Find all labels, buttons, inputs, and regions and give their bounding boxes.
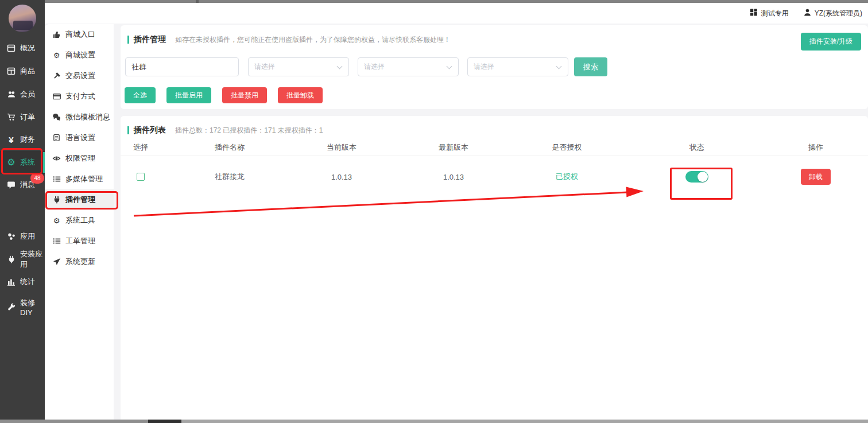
apps-icon [6, 232, 16, 241]
page-title: 插件管理 [134, 34, 166, 45]
uninstall-button[interactable]: 卸载 [801, 169, 831, 185]
submenu-item-workorder-manage[interactable]: 工单管理 [45, 231, 114, 251]
submenu-item-system-update[interactable]: 系统更新 [45, 251, 114, 272]
sidebar-item-label: 系统 [20, 157, 35, 168]
bank-card-icon [52, 92, 61, 100]
col-latest-version: 最新版本 [385, 142, 522, 153]
bulk-enable-button[interactable]: 批量启用 [166, 87, 211, 103]
sidebar-item-overview[interactable]: 概况 [0, 37, 45, 60]
send-plane-icon [52, 258, 61, 266]
list-icon [52, 175, 61, 183]
submenu-item-label: 权限管理 [65, 153, 95, 164]
filter-select-1[interactable]: 请选择 [248, 57, 349, 76]
workspace-label: 测试专用 [761, 9, 789, 18]
primary-sidebar: 概况 商品 会员 订单 ¥ 财务 ⚙ 系统 消息 应用 [0, 0, 45, 423]
submenu-item-label: 商城设置 [65, 50, 95, 60]
chat-bubble-icon [6, 181, 16, 189]
sidebar-item-apps[interactable]: 应用 [0, 225, 45, 248]
filter-select-3[interactable]: 请选择 [467, 57, 568, 76]
latest-version: 1.0.13 [385, 173, 522, 181]
submenu-item-trade-settings[interactable]: 交易设置 [45, 65, 114, 86]
sidebar-item-label: 装修DIY [20, 298, 45, 317]
sidebar-item-decorate-diy[interactable]: 装修DIY [0, 296, 45, 319]
taskbar-edge [0, 420, 868, 423]
sidebar-item-label: 应用 [20, 231, 35, 242]
col-select: 选择 [121, 142, 161, 153]
toggle-knob [698, 172, 708, 182]
sidebar-item-label: 商品 [20, 66, 35, 76]
bulk-uninstall-button[interactable]: 批量卸载 [278, 87, 323, 103]
sidebar-item-label: 概况 [20, 43, 35, 53]
plugin-list-title-row: 插件列表 插件总数：172 已授权插件：171 未授权插件：1 [127, 125, 323, 135]
sidebar-item-statistics[interactable]: 统计 [0, 270, 45, 293]
filter-select-2[interactable]: 请选择 [358, 57, 459, 76]
submenu-item-mall-settings[interactable]: ⚙ 商城设置 [45, 45, 114, 65]
sidebar-item-orders[interactable]: 订单 [0, 106, 45, 129]
plugin-search-input[interactable] [125, 57, 239, 76]
admin-page: 概况 商品 会员 订单 ¥ 财务 ⚙ 系统 消息 应用 [0, 0, 868, 423]
select-all-button[interactable]: 全选 [125, 87, 156, 103]
submenu-item-label: 语言设置 [65, 133, 95, 143]
plugin-count-stats: 插件总数：172 已授权插件：171 未授权插件：1 [175, 126, 323, 135]
yen-icon: ¥ [6, 135, 16, 144]
language-doc-icon [52, 134, 61, 142]
plugin-manage-card: 插件管理 如存在未授权插件，您可能正在使用盗版插件，为了保障您的权益，请尽快联系… [121, 25, 868, 109]
user-label: YZ(系统管理员) [815, 9, 862, 18]
select-placeholder: 请选择 [364, 62, 385, 72]
system-submenu: 商城入口 ⚙ 商城设置 交易设置 支付方式 微信模板消息 语言设置 权限管理 多 [45, 24, 114, 420]
plugin-install-upgrade-button[interactable]: 插件安装/升级 [801, 33, 861, 51]
sidebar-item-label: 安装应用 [20, 249, 45, 270]
status-toggle[interactable] [685, 171, 708, 183]
grid-icon [750, 9, 758, 18]
submenu-item-language-settings[interactable]: 语言设置 [45, 127, 114, 148]
bar-chart-icon [6, 278, 16, 286]
sidebar-item-finance[interactable]: ¥ 财务 [0, 128, 45, 151]
submenu-item-label: 支付方式 [65, 91, 95, 102]
list-icon [52, 237, 61, 245]
sidebar-item-install-app[interactable]: 安装应用 [0, 248, 45, 271]
plugin-name: 社群接龙 [161, 172, 299, 182]
col-current-version: 当前版本 [299, 142, 385, 153]
col-authorized: 是否授权 [522, 142, 611, 153]
submenu-item-label: 微信模板消息 [65, 112, 110, 122]
workspace-switcher[interactable]: 测试专用 [750, 9, 789, 18]
submenu-item-mall-entry[interactable]: 商城入口 [45, 24, 114, 45]
search-button[interactable]: 搜索 [574, 57, 607, 76]
plugin-manage-title-row: 插件管理 如存在未授权插件，您可能正在使用盗版插件，为了保障您的权益，请尽快联系… [127, 34, 451, 45]
submenu-item-system-tools[interactable]: ⚙ 系统工具 [45, 210, 114, 231]
user-menu[interactable]: YZ(系统管理员) [804, 9, 862, 18]
submenu-item-payment-methods[interactable]: 支付方式 [45, 86, 114, 107]
overview-icon [6, 44, 16, 53]
sidebar-item-label: 订单 [20, 112, 35, 122]
plugin-list-card: 插件列表 插件总数：172 已授权插件：171 未授权插件：1 选择 插件名称 … [121, 116, 868, 420]
col-plugin-name: 插件名称 [161, 142, 299, 153]
plugin-icon [52, 196, 61, 204]
cart-icon [6, 113, 16, 122]
submenu-item-label: 商城入口 [65, 29, 95, 40]
submenu-item-plugin-manage[interactable]: 插件管理 [45, 189, 114, 210]
submenu-item-wechat-template[interactable]: 微信模板消息 [45, 107, 114, 127]
wechat-icon [52, 113, 61, 121]
select-placeholder: 请选择 [254, 62, 275, 72]
bulk-disable-button[interactable]: 批量禁用 [222, 87, 267, 103]
authorized-status: 已授权 [522, 172, 611, 182]
sidebar-item-goods[interactable]: 商品 [0, 60, 45, 83]
install-app-icon [6, 255, 16, 264]
sidebar-item-system[interactable]: ⚙ 系统 [0, 151, 45, 174]
submenu-item-label: 插件管理 [65, 195, 95, 205]
submenu-item-label: 系统更新 [65, 257, 95, 267]
table-row: 社群接龙 1.0.13 1.0.13 已授权 卸载 [121, 157, 868, 196]
row-checkbox[interactable] [137, 173, 145, 181]
thumb-icon [52, 30, 61, 38]
message-count-badge: 48 [30, 173, 44, 184]
table-header-row: 选择 插件名称 当前版本 最新版本 是否授权 状态 操作 [121, 139, 868, 156]
list-title: 插件列表 [134, 125, 166, 135]
avatar[interactable] [9, 5, 36, 32]
system-gears-icon: ⚙ [6, 158, 16, 167]
sidebar-item-members[interactable]: 会员 [0, 83, 45, 106]
user-icon [804, 9, 811, 18]
submenu-item-permission-manage[interactable]: 权限管理 [45, 148, 114, 169]
browser-top-edge [45, 0, 868, 3]
submenu-item-media-manage[interactable]: 多媒体管理 [45, 169, 114, 189]
tab-divider [196, 0, 199, 3]
